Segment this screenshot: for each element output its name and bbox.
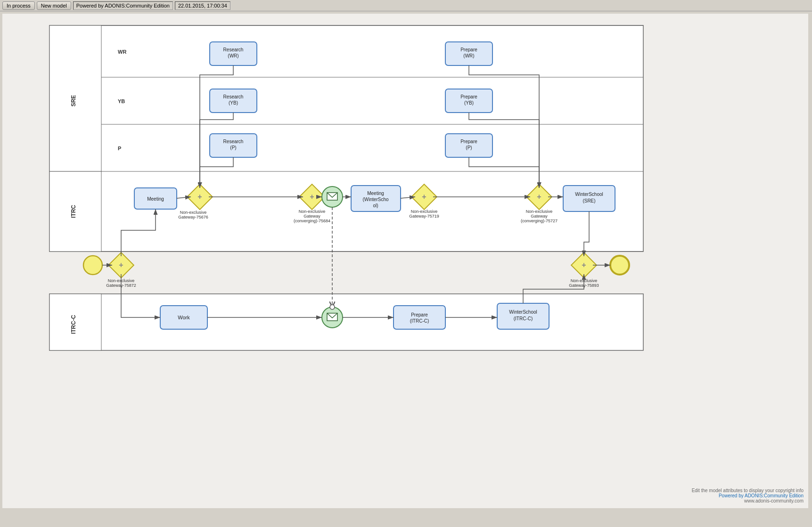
footer-edit-text: Edit the model attributes to display you…	[692, 488, 804, 493]
timestamp-label: 22.01.2015, 17:00:34	[175, 1, 230, 10]
canvas-area: SRE WR YB P ITRC ITRC-C Research (WR) Re…	[2, 14, 808, 508]
svg-text:Prepare: Prepare	[460, 94, 477, 99]
svg-text:Meeting: Meeting	[147, 196, 164, 202]
svg-point-97	[330, 305, 335, 309]
svg-rect-0	[49, 25, 643, 251]
toolbar: In process New model Powered by ADONIS:C…	[0, 0, 812, 11]
footer-url: www.adonis-community.com	[692, 498, 804, 503]
svg-text:+: +	[537, 193, 541, 201]
svg-text:Gateway-75676: Gateway-75676	[178, 215, 208, 219]
svg-text:Meeting: Meeting	[367, 191, 384, 196]
footer-powered: Powered by ADONIS:Community Edition	[692, 493, 804, 498]
svg-text:+: +	[197, 193, 202, 201]
svg-text:ITRC-C: ITRC-C	[70, 315, 77, 334]
svg-text:Prepare: Prepare	[460, 139, 477, 144]
svg-text:(converging)-75727: (converging)-75727	[521, 219, 558, 223]
status-label: In process	[7, 3, 31, 8]
svg-text:+: +	[119, 261, 123, 269]
diagram-svg: SRE WR YB P ITRC ITRC-C Research (WR) Re…	[21, 21, 653, 360]
svg-text:(SRE): (SRE)	[582, 198, 595, 203]
svg-text:(ITRC-C): (ITRC-C)	[514, 316, 533, 321]
new-model-button[interactable]: New model	[37, 1, 71, 10]
svg-text:(WR): (WR)	[228, 53, 238, 58]
svg-text:(WR): (WR)	[463, 53, 474, 58]
svg-text:Gateway: Gateway	[303, 214, 320, 219]
svg-point-82	[610, 256, 629, 275]
svg-text:Non-exclusive: Non-exclusive	[411, 209, 438, 214]
svg-text:Work: Work	[178, 315, 190, 320]
svg-text:Non-exclusive: Non-exclusive	[180, 210, 207, 215]
svg-text:WR: WR	[118, 49, 126, 55]
svg-text:SRE: SRE	[70, 95, 77, 107]
svg-text:(P): (P)	[230, 145, 236, 150]
svg-text:Gateway-75719: Gateway-75719	[409, 214, 439, 219]
svg-text:(WinterScho: (WinterScho	[362, 197, 388, 202]
svg-text:(P): (P)	[466, 145, 472, 150]
svg-rect-13	[49, 294, 643, 350]
svg-text:Non-exclusive: Non-exclusive	[526, 209, 553, 214]
svg-text:(converging)-75684: (converging)-75684	[294, 219, 330, 223]
svg-text:Research: Research	[223, 47, 244, 52]
svg-text:+: +	[582, 261, 586, 269]
svg-text:(YB): (YB)	[464, 100, 474, 105]
svg-text:WinterSchool: WinterSchool	[575, 192, 603, 197]
status-button[interactable]: In process	[2, 1, 35, 10]
svg-text:P: P	[118, 146, 121, 151]
svg-point-81	[83, 256, 102, 275]
svg-text:Gateway: Gateway	[531, 214, 548, 219]
svg-text:+: +	[422, 193, 426, 201]
svg-text:Research: Research	[223, 94, 244, 99]
powered-label: Powered by ADONIS:Community Edition	[73, 1, 173, 10]
svg-text:Prepare: Prepare	[460, 47, 477, 52]
new-model-label: New model	[41, 3, 67, 8]
svg-text:Non-exclusive: Non-exclusive	[299, 209, 326, 214]
svg-rect-45	[394, 306, 445, 329]
svg-text:(YB): (YB)	[229, 100, 238, 105]
svg-text:Prepare: Prepare	[411, 312, 428, 317]
svg-text:Research: Research	[223, 139, 244, 144]
svg-text:+: +	[310, 193, 314, 201]
footer: Edit the model attributes to display you…	[692, 488, 804, 503]
svg-text:YB: YB	[118, 98, 125, 104]
svg-text:ol): ol)	[373, 203, 378, 208]
svg-text:WinterSchool: WinterSchool	[509, 309, 537, 315]
svg-text:ITRC: ITRC	[70, 205, 77, 218]
svg-text:(ITRC-C): (ITRC-C)	[410, 318, 429, 324]
